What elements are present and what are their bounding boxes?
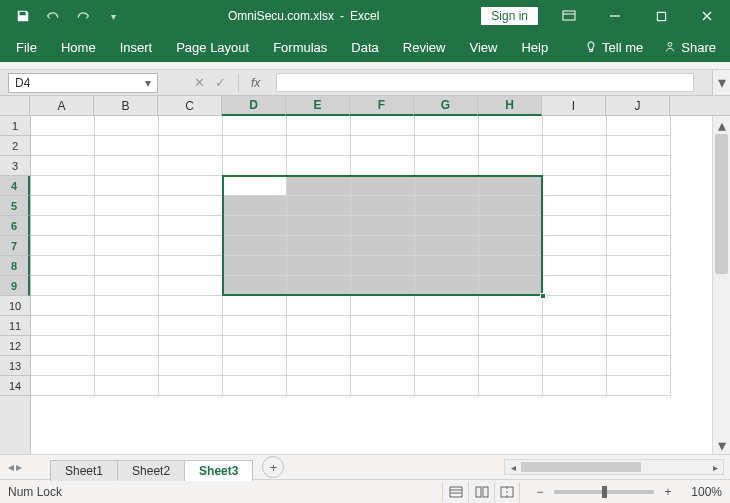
row-header-5[interactable]: 5 [0, 196, 30, 216]
column-header-A[interactable]: A [30, 96, 94, 115]
cell-F10[interactable] [351, 296, 415, 316]
cell-J10[interactable] [607, 296, 671, 316]
cell-H4[interactable] [479, 176, 543, 196]
cell-E5[interactable] [287, 196, 351, 216]
cell-E9[interactable] [287, 276, 351, 296]
cell-A2[interactable] [31, 136, 95, 156]
zoom-percent[interactable]: 100% [682, 485, 722, 499]
row-header-14[interactable]: 14 [0, 376, 30, 396]
cell-B12[interactable] [95, 336, 159, 356]
signin-button[interactable]: Sign in [481, 7, 538, 25]
cell-F3[interactable] [351, 156, 415, 176]
tab-home[interactable]: Home [49, 32, 108, 62]
cell-B8[interactable] [95, 256, 159, 276]
row-header-11[interactable]: 11 [0, 316, 30, 336]
cell-G5[interactable] [415, 196, 479, 216]
cell-I7[interactable] [543, 236, 607, 256]
sheet-nav-prev-icon[interactable]: ◂ [8, 460, 14, 474]
redo-icon[interactable] [70, 3, 96, 29]
cell-C1[interactable] [159, 116, 223, 136]
cell-E12[interactable] [287, 336, 351, 356]
cell-D11[interactable] [223, 316, 287, 336]
cell-C3[interactable] [159, 156, 223, 176]
cell-E6[interactable] [287, 216, 351, 236]
cancel-formula-icon[interactable]: ✕ [194, 75, 205, 90]
cell-E11[interactable] [287, 316, 351, 336]
cell-I3[interactable] [543, 156, 607, 176]
tab-formulas[interactable]: Formulas [261, 32, 339, 62]
cell-J9[interactable] [607, 276, 671, 296]
horizontal-scrollbar-thumb[interactable] [521, 462, 641, 472]
cell-J3[interactable] [607, 156, 671, 176]
cell-E10[interactable] [287, 296, 351, 316]
close-icon[interactable] [684, 0, 730, 32]
scroll-left-icon[interactable]: ◂ [505, 462, 521, 473]
cell-D13[interactable] [223, 356, 287, 376]
cell-I9[interactable] [543, 276, 607, 296]
row-header-8[interactable]: 8 [0, 256, 30, 276]
cell-I12[interactable] [543, 336, 607, 356]
tellme-button[interactable]: Tell me [574, 40, 653, 55]
cell-C6[interactable] [159, 216, 223, 236]
qat-customize-icon[interactable]: ▾ [100, 3, 126, 29]
cell-H12[interactable] [479, 336, 543, 356]
cell-D10[interactable] [223, 296, 287, 316]
cell-E8[interactable] [287, 256, 351, 276]
fill-handle[interactable] [540, 293, 546, 299]
cell-F4[interactable] [351, 176, 415, 196]
zoom-slider-knob[interactable] [602, 486, 607, 498]
add-sheet-button[interactable]: + [262, 456, 284, 478]
enter-formula-icon[interactable]: ✓ [215, 75, 226, 90]
cell-F7[interactable] [351, 236, 415, 256]
column-header-H[interactable]: H [478, 96, 542, 116]
cell-A11[interactable] [31, 316, 95, 336]
cell-A12[interactable] [31, 336, 95, 356]
cell-G9[interactable] [415, 276, 479, 296]
cell-A10[interactable] [31, 296, 95, 316]
cell-F9[interactable] [351, 276, 415, 296]
view-normal-icon[interactable] [442, 482, 468, 502]
cell-J13[interactable] [607, 356, 671, 376]
sheet-tab-sheet2[interactable]: Sheet2 [117, 460, 185, 481]
cell-I13[interactable] [543, 356, 607, 376]
cell-G1[interactable] [415, 116, 479, 136]
cell-B14[interactable] [95, 376, 159, 396]
vertical-scrollbar[interactable]: ▴ ▾ [712, 116, 730, 454]
tab-review[interactable]: Review [391, 32, 458, 62]
cell-F14[interactable] [351, 376, 415, 396]
cell-C8[interactable] [159, 256, 223, 276]
cell-A3[interactable] [31, 156, 95, 176]
column-header-G[interactable]: G [414, 96, 478, 116]
tab-file[interactable]: File [4, 32, 49, 62]
cell-A14[interactable] [31, 376, 95, 396]
name-box[interactable]: D4 ▾ [8, 73, 158, 93]
row-header-10[interactable]: 10 [0, 296, 30, 316]
cell-E3[interactable] [287, 156, 351, 176]
column-header-I[interactable]: I [542, 96, 606, 115]
cell-J5[interactable] [607, 196, 671, 216]
row-header-7[interactable]: 7 [0, 236, 30, 256]
column-header-D[interactable]: D [222, 96, 286, 116]
cell-D12[interactable] [223, 336, 287, 356]
cell-H3[interactable] [479, 156, 543, 176]
chevron-down-icon[interactable]: ▾ [145, 76, 151, 90]
cell-A5[interactable] [31, 196, 95, 216]
cell-C13[interactable] [159, 356, 223, 376]
cell-H2[interactable] [479, 136, 543, 156]
cell-I6[interactable] [543, 216, 607, 236]
sheet-tab-sheet3[interactable]: Sheet3 [184, 460, 253, 481]
cell-G7[interactable] [415, 236, 479, 256]
cell-J8[interactable] [607, 256, 671, 276]
row-header-3[interactable]: 3 [0, 156, 30, 176]
cell-H13[interactable] [479, 356, 543, 376]
sheet-tab-sheet1[interactable]: Sheet1 [50, 460, 118, 481]
column-header-F[interactable]: F [350, 96, 414, 116]
cell-E13[interactable] [287, 356, 351, 376]
cell-B2[interactable] [95, 136, 159, 156]
cell-H7[interactable] [479, 236, 543, 256]
cell-A1[interactable] [31, 116, 95, 136]
column-header-E[interactable]: E [286, 96, 350, 116]
cell-J4[interactable] [607, 176, 671, 196]
cell-B9[interactable] [95, 276, 159, 296]
cell-F2[interactable] [351, 136, 415, 156]
